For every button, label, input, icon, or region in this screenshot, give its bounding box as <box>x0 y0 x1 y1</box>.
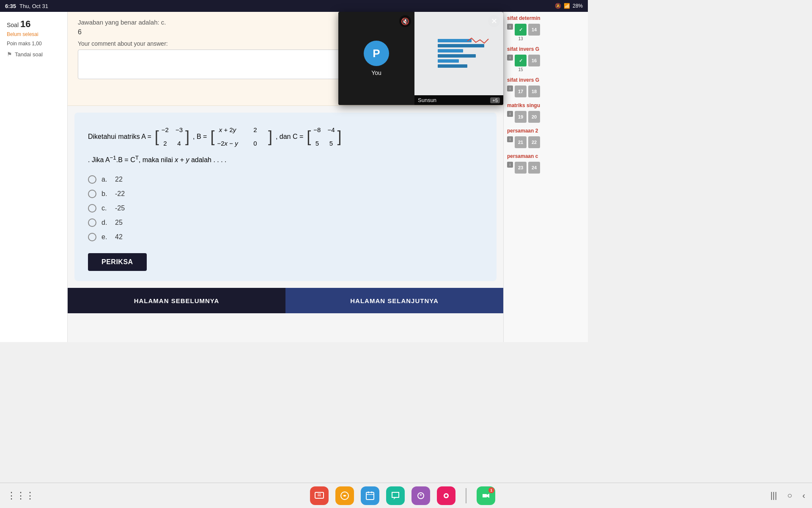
topic-item-info-p2[interactable]: i <box>507 136 513 148</box>
nav-buttons: HALAMAN SEBELUMNYA HALAMAN SELANJUTNYA <box>68 288 503 313</box>
matrix-b: [ x + 2y 2 −2x − y 0 ] <box>210 123 272 151</box>
topic-item-22[interactable]: 22 <box>528 136 540 148</box>
plus-count: +5 <box>490 97 500 103</box>
status-bar: 6:35 Thu, Oct 31 🔕 📶 28% <box>0 0 588 12</box>
tandai-label: Tandai soal <box>15 51 43 58</box>
topic-title-matriks: matriks singu <box>507 102 584 108</box>
video-call-overlay: 🔇 P You ✕ <box>338 12 503 105</box>
flag-icon: ⚑ <box>7 51 12 58</box>
option-b[interactable]: b. -22 <box>88 190 483 198</box>
svg-rect-5 <box>438 59 459 63</box>
signal-icon: 📶 <box>564 3 570 9</box>
topic-matriks-singu: matriks singu i 19 20 <box>507 102 584 123</box>
matrix-a: [ −2 −3 2 4 ] <box>155 123 189 151</box>
status-icons: 🔕 📶 28% <box>555 3 583 9</box>
topic-title-invers-g2: sifat invers G <box>507 77 584 83</box>
question-section: Diketahui matriks A = [ −2 −3 2 4 ] , B … <box>74 113 497 281</box>
video-other-label: Sunsun +5 <box>414 95 503 105</box>
topic-sifat-invers-g1: sifat invers G i ✓ 15 16 <box>507 46 584 72</box>
soal-status: Belum selesai <box>7 31 60 37</box>
screen-chart <box>425 35 493 73</box>
video-user-name: You <box>371 69 381 76</box>
soal-number: 16 <box>20 19 30 29</box>
status-date: Thu, Oct 31 <box>19 3 48 9</box>
topic-title-persamaan-c: persamaan c <box>507 153 584 159</box>
radio-d[interactable] <box>88 218 96 227</box>
svg-rect-2 <box>438 44 484 47</box>
screen-share <box>414 12 503 95</box>
radio-c[interactable] <box>88 204 96 213</box>
svg-rect-1 <box>438 39 472 42</box>
topic-item-info-ig1[interactable]: i <box>507 55 513 72</box>
question-end: . Jika A−1.B = CT, maka nilai x + y adal… <box>88 152 227 167</box>
svg-rect-3 <box>438 49 463 52</box>
battery-icon: 28% <box>573 3 583 9</box>
topic-item-24[interactable]: 24 <box>528 162 540 174</box>
status-time: 6:35 <box>5 3 16 9</box>
topic-item-info-determin[interactable]: i <box>507 24 513 41</box>
topic-item-23[interactable]: 23 <box>515 162 527 174</box>
left-sidebar: Soal 16 Belum selesai Poin maks 1,00 ⚑ T… <box>0 12 68 342</box>
topic-item-info-pc[interactable]: i <box>507 162 513 174</box>
topic-item-15[interactable]: ✓ 15 <box>515 55 527 72</box>
radio-e[interactable] <box>88 233 96 241</box>
question-intro: Diketahui matriks A = <box>88 130 151 144</box>
avatar: P <box>364 41 389 66</box>
topic-item-13[interactable]: ✓ 13 <box>515 24 527 41</box>
topic-item-21[interactable]: 21 <box>515 136 527 148</box>
right-sidebar: sifat determin i ✓ 13 14 sifat invers G … <box>503 12 588 342</box>
topic-title-persamaan2: persamaan 2 <box>507 128 584 134</box>
svg-rect-6 <box>438 64 467 68</box>
topic-persamaan-2: persamaan 2 i 21 22 <box>507 128 584 148</box>
video-self: 🔇 P You <box>338 12 414 105</box>
topic-persamaan-c: persamaan c i 23 24 <box>507 153 584 174</box>
topic-item-18[interactable]: 18 <box>528 86 540 97</box>
sep1: , B = <box>193 130 207 144</box>
options-list: a. 22 b. -22 c. -25 d. 25 <box>88 175 483 241</box>
sep2: , dan C = <box>276 130 303 144</box>
periksa-button[interactable]: PERIKSA <box>88 253 147 271</box>
topic-sifat-determin: sifat determin i ✓ 13 14 <box>507 15 584 41</box>
wifi-icon: 🔕 <box>555 3 561 9</box>
option-c[interactable]: c. -25 <box>88 204 483 213</box>
next-page-button[interactable]: HALAMAN SELANJUTNYA <box>285 288 503 313</box>
video-other: ✕ Sunsun +5 <box>414 12 503 105</box>
topic-item-info-ms[interactable]: i <box>507 111 513 123</box>
topic-item-19[interactable]: 19 <box>515 111 527 123</box>
tandai-soal-button[interactable]: ⚑ Tandai soal <box>7 51 60 58</box>
svg-rect-4 <box>438 54 476 58</box>
topic-sifat-invers-g2: sifat invers G i 17 18 <box>507 77 584 97</box>
topic-item-14[interactable]: 14 <box>528 24 540 41</box>
matrix-c: [ −8 −4 5 5 ] <box>307 123 341 151</box>
soal-poin: Poin maks 1,00 <box>7 41 60 47</box>
topic-title-determin: sifat determin <box>507 15 584 21</box>
soal-number-label: Soal 16 <box>7 19 60 30</box>
question-text: Diketahui matriks A = [ −2 −3 2 4 ] , B … <box>88 123 483 167</box>
topic-item-info-ig2[interactable]: i <box>507 86 513 97</box>
radio-a[interactable] <box>88 175 96 184</box>
option-d[interactable]: d. 25 <box>88 218 483 227</box>
other-name: Sunsun <box>418 97 436 103</box>
topic-item-17[interactable]: 17 <box>515 86 527 97</box>
mute-icon[interactable]: 🔇 <box>399 15 411 27</box>
topic-title-invers-g1: sifat invers G <box>507 46 584 52</box>
radio-b[interactable] <box>88 190 96 198</box>
option-a[interactable]: a. 22 <box>88 175 483 184</box>
option-e[interactable]: e. 42 <box>88 233 483 241</box>
topic-item-16[interactable]: 16 <box>528 55 540 72</box>
prev-page-button[interactable]: HALAMAN SEBELUMNYA <box>68 288 285 313</box>
topic-item-20[interactable]: 20 <box>528 111 540 123</box>
soal-info: Soal 16 Belum selesai Poin maks 1,00 <box>7 19 60 47</box>
